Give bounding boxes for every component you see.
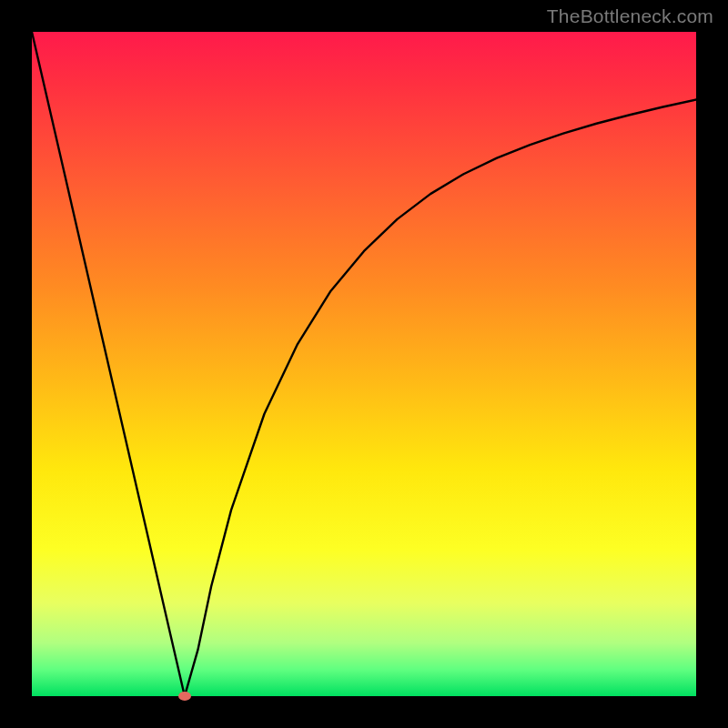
- bottleneck-curve: [32, 32, 696, 696]
- plot-area: [32, 32, 696, 696]
- watermark-text: TheBottleneck.com: [547, 5, 713, 27]
- chart-frame: TheBottleneck.com: [0, 0, 728, 728]
- min-point-marker: [178, 692, 191, 701]
